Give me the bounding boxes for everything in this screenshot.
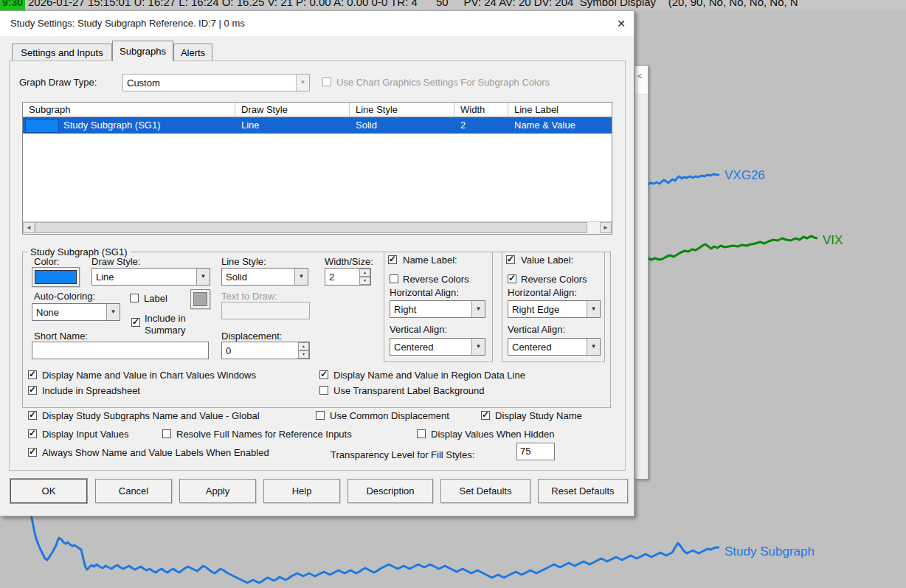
description-button[interactable]: Description (347, 479, 433, 503)
display-chart-values-checkbox[interactable] (28, 370, 37, 379)
name-vertical-align-value: Centered (394, 342, 433, 353)
dialog-titlebar: Study Settings: Study Subgraph Reference… (0, 11, 634, 36)
draw-style-select[interactable]: Line ▼ (91, 268, 210, 286)
include-in-spreadsheet-label: Include in Spreadsheet (42, 385, 140, 396)
chevron-left-icon: < (637, 72, 642, 80)
graph-draw-type-value: Custom (127, 77, 160, 89)
background-window-edge: < (635, 65, 649, 480)
display-region-data-line-checkbox[interactable] (319, 370, 328, 379)
cell-subgraph: Study Subgraph (SG1) (63, 120, 161, 131)
text-to-draw-input[interactable] (221, 302, 310, 319)
graph-draw-type-label: Graph Draw Type: (19, 77, 97, 88)
common-displacement-checkbox[interactable] (316, 411, 325, 420)
use-chart-graphics-label: Use Chart Graphics Settings For Subgraph… (336, 77, 550, 88)
ok-button[interactable]: OK (10, 479, 87, 503)
study-subgraph-line (30, 511, 719, 583)
auto-coloring-value: None (36, 307, 59, 318)
short-name-label: Short Name: (34, 331, 88, 342)
display-values-when-hidden-checkbox[interactable] (417, 429, 426, 438)
always-show-labels-checkbox[interactable] (28, 448, 37, 457)
displacement-label: Displacement: (221, 331, 282, 342)
chevron-down-icon: ▼ (471, 339, 485, 355)
scrollbar-thumb[interactable] (35, 222, 587, 233)
include-in-summary-label: Include in Summary (145, 313, 212, 336)
column-header-subgraph[interactable]: Subgraph (23, 103, 235, 117)
chevron-down-icon: ▼ (587, 339, 600, 355)
tab-subgraphs[interactable]: Subgraphs (112, 41, 173, 61)
display-study-name-checkbox[interactable] (481, 411, 490, 420)
name-reverse-colors-label: Reverse Colors (403, 274, 469, 285)
set-defaults-button[interactable]: Set Defaults (440, 479, 530, 503)
use-chart-graphics-checkbox[interactable] (322, 77, 331, 86)
subgraph-table: Subgraph Draw Style Line Style Width Lin… (22, 102, 612, 235)
always-show-labels-label: Always Show Name and Value Labels When E… (42, 447, 269, 458)
value-horizontal-align-label: Horizontal Align: (508, 287, 577, 298)
spin-down-icon[interactable]: ▼ (298, 350, 309, 359)
spin-up-icon[interactable]: ▲ (298, 342, 309, 350)
label-checkbox[interactable] (130, 294, 139, 302)
apply-button[interactable]: Apply (179, 479, 256, 503)
line-style-select[interactable]: Solid ▼ (221, 268, 308, 286)
subgraph-color-swatch (25, 119, 59, 133)
transparent-label-background-label: Use Transparent Label Background (333, 385, 485, 396)
name-horizontal-align-select[interactable]: Right ▼ (390, 300, 485, 318)
table-row-selected[interactable]: Study Subgraph (SG1) Line Solid 2 Name &… (23, 117, 612, 134)
vix-line (648, 236, 817, 260)
displacement-stepper[interactable]: 0 ▲▼ (221, 342, 310, 359)
draw-style-value: Line (96, 271, 114, 283)
name-label-title: Name Label: (401, 255, 460, 266)
resolve-full-names-checkbox[interactable] (162, 429, 171, 438)
color-label: Color: (34, 256, 60, 267)
name-vertical-align-select[interactable]: Centered ▼ (390, 338, 485, 356)
value-vertical-align-select[interactable]: Centered ▼ (508, 338, 601, 356)
name-vertical-align-label: Vertical Align: (390, 324, 447, 335)
color-button[interactable] (32, 267, 80, 287)
display-region-data-line-label: Display Name and Value in Region Data Li… (333, 370, 525, 381)
value-horizontal-align-select[interactable]: Right Edge ▼ (508, 300, 601, 318)
column-header-line-label[interactable]: Line Label (508, 103, 612, 117)
transparency-level-label: Transparency Level for Fill Styles: (331, 449, 474, 460)
value-label-checkbox[interactable] (506, 255, 515, 264)
include-in-summary-checkbox[interactable] (131, 318, 140, 327)
spin-down-icon[interactable]: ▼ (359, 277, 370, 285)
auto-coloring-label: Auto-Coloring: (34, 291, 95, 302)
name-label-checkbox[interactable] (388, 255, 397, 264)
help-button[interactable]: Help (263, 479, 340, 503)
name-horizontal-align-label: Horizontal Align: (390, 287, 459, 298)
width-size-stepper[interactable]: 2 ▲▼ (325, 268, 371, 286)
auto-coloring-select[interactable]: None ▼ (32, 303, 120, 321)
transparent-label-background-checkbox[interactable] (319, 386, 328, 395)
dialog-title: Study Settings: Study Subgraph Reference… (10, 18, 245, 29)
cell-draw-style: Line (241, 120, 260, 131)
transparency-level-input[interactable]: 75 (516, 443, 555, 460)
chevron-down-icon: ▼ (587, 301, 600, 317)
table-horizontal-scrollbar[interactable]: ◄ ► (23, 221, 612, 234)
reset-defaults-button[interactable]: Reset Defaults (538, 479, 628, 503)
text-to-draw-label: Text to Draw: (221, 291, 277, 302)
chevron-down-icon: ▼ (294, 269, 308, 285)
display-input-values-label: Display Input Values (42, 429, 129, 440)
tab-alerts[interactable]: Alerts (173, 44, 212, 61)
study-subgraph-label: Study Subgraph (725, 544, 815, 558)
column-header-line-style[interactable]: Line Style (350, 103, 454, 117)
tab-settings-and-inputs[interactable]: Settings and Inputs (12, 44, 112, 61)
include-in-spreadsheet-checkbox[interactable] (28, 386, 37, 395)
cell-width: 2 (460, 120, 466, 131)
display-global-checkbox[interactable] (28, 411, 37, 420)
label-color-button[interactable] (190, 289, 210, 309)
cancel-button[interactable]: Cancel (95, 479, 172, 503)
name-reverse-colors-checkbox[interactable] (390, 274, 398, 283)
close-icon[interactable]: ✕ (614, 16, 629, 31)
scroll-left-icon[interactable]: ◄ (23, 222, 35, 233)
value-reverse-colors-checkbox[interactable] (508, 274, 516, 283)
column-header-draw-style[interactable]: Draw Style (235, 103, 350, 117)
scroll-right-icon[interactable]: ► (600, 222, 612, 233)
line-style-label: Line Style: (221, 256, 266, 267)
chevron-down-icon: ▼ (471, 301, 485, 317)
display-input-values-checkbox[interactable] (28, 429, 37, 438)
width-size-value: 2 (329, 271, 334, 283)
column-header-width[interactable]: Width (454, 103, 508, 117)
graph-draw-type-select[interactable]: Custom ▼ (122, 74, 310, 91)
short-name-input[interactable] (32, 342, 209, 359)
spin-up-icon[interactable]: ▲ (359, 269, 370, 277)
